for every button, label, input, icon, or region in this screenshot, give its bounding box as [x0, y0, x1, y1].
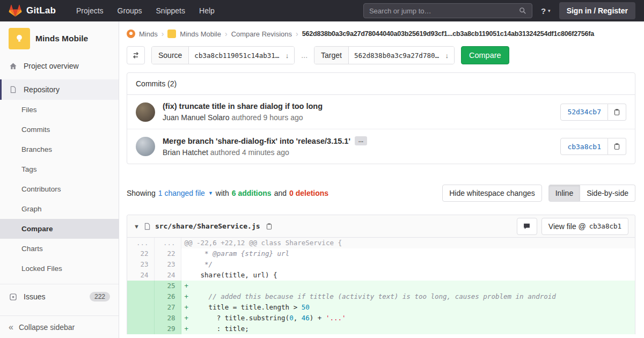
diff-line: 27+ title = title.length > 50	[127, 302, 635, 313]
diff-sign	[185, 248, 193, 259]
top-navbar: GitLab Projects Groups Snippets Help ? ▾…	[0, 0, 644, 21]
copy-sha-button[interactable]	[608, 104, 626, 121]
code-cell: */	[181, 259, 635, 270]
old-line-number[interactable]: 23	[127, 259, 154, 270]
sidebar-item-contributors[interactable]: Contributors	[0, 179, 119, 199]
diff-line: 28+ ? title.substring(0, 46) + '...'	[127, 313, 635, 324]
diff-file-path[interactable]: src/share/ShareService.js	[155, 222, 260, 230]
breadcrumb-group-link[interactable]: Minds	[139, 30, 158, 38]
new-line-number[interactable]: 29	[154, 324, 181, 334]
collapse-sidebar-button[interactable]: « Collapse sidebar	[0, 315, 119, 338]
changed-files-dropdown[interactable]: 1 changed file	[158, 189, 205, 197]
collapse-sidebar-label: Collapse sidebar	[19, 323, 75, 332]
new-line-number[interactable]: 28	[154, 313, 181, 324]
nav-item-snippets[interactable]: Snippets	[156, 6, 185, 15]
commit-sha[interactable]: cb3a8cb1	[560, 138, 608, 155]
old-line-number[interactable]: ...	[127, 238, 154, 248]
old-line-number[interactable]: 24	[127, 270, 154, 281]
new-line-number[interactable]: ...	[154, 238, 181, 248]
copy-path-button[interactable]	[265, 222, 274, 231]
swap-revisions-button[interactable]	[127, 46, 145, 64]
sidebar-item-charts[interactable]: Charts	[0, 239, 119, 259]
diff-table-body: ......@@ -22,6 +22,12 @@ class ShareServ…	[127, 238, 635, 334]
nav-item-projects[interactable]: Projects	[76, 6, 104, 15]
sidebar-item-compare[interactable]: Compare	[0, 219, 119, 239]
commits-header: Commits (2)	[127, 73, 635, 95]
hide-whitespace-button[interactable]: Hide whitespace changes	[442, 185, 542, 202]
chevron-down-icon: ▾	[548, 8, 551, 13]
logo-text: GitLab	[26, 5, 56, 16]
old-line-number[interactable]	[127, 324, 154, 334]
code-segment: ) +	[310, 314, 326, 322]
sidebar-item-commits[interactable]: Commits	[0, 120, 119, 139]
commit-title-link[interactable]: Merge branch 'share-dialog-fix' into 're…	[163, 137, 350, 145]
sidebar-item-branches[interactable]: Branches	[0, 139, 119, 159]
new-line-number[interactable]: 23	[154, 259, 181, 270]
commit-title-link[interactable]: (fix) truncate title in share dialog if …	[163, 102, 323, 111]
new-line-number[interactable]: 22	[154, 248, 181, 259]
avatar[interactable]	[136, 137, 155, 156]
old-line-number[interactable]	[127, 291, 154, 302]
group-avatar[interactable]	[127, 30, 135, 38]
new-line-number[interactable]: 24	[154, 270, 181, 281]
project-name[interactable]: Minds Mobile	[35, 34, 88, 43]
sidebar-item-locked-files[interactable]: Locked Files	[0, 259, 119, 278]
sidebar-item-issues[interactable]: Issues 222	[0, 286, 119, 307]
chevron-down-icon: ▼	[208, 190, 213, 196]
old-line-number[interactable]	[127, 281, 154, 291]
comment-button[interactable]	[517, 218, 537, 235]
sidebar-item-label: Issues	[24, 292, 45, 301]
sidebar-item-project-overview[interactable]: Project overview	[0, 56, 119, 76]
chevron-right-icon: ›	[225, 30, 228, 38]
search-icon[interactable]	[519, 7, 526, 14]
code-segment: * @param {string} url	[193, 249, 290, 258]
issues-count-badge: 222	[90, 292, 110, 302]
deletions-count: 0 deletions	[289, 189, 328, 197]
commit-meta-text: authored 4 minutes ago	[210, 148, 289, 157]
and-label: and	[274, 189, 287, 197]
sidebar-nav: Project overview Repository FilesCommits…	[0, 56, 119, 315]
sign-in-button[interactable]: Sign in / Register	[559, 2, 635, 19]
target-ref-group: Target 562d838b0a3c9a27d780… ↓	[314, 46, 455, 64]
copy-sha-button[interactable]	[608, 138, 626, 155]
old-line-number[interactable]: 22	[127, 248, 154, 259]
compare-button[interactable]: Compare	[461, 46, 509, 64]
source-ref-dropdown[interactable]: cb3a8cb119051c14ab31… ↓	[189, 47, 294, 64]
nav-item-groups[interactable]: Groups	[118, 6, 142, 15]
source-ref-value: cb3a8cb119051c14ab31…	[194, 52, 279, 60]
side-by-side-view-button[interactable]: Side-by-side	[580, 185, 635, 202]
view-file-button[interactable]: View file @ cb3a8cb1	[541, 218, 628, 235]
commit-message-expander[interactable]: ...	[355, 136, 367, 145]
diff-line: 26+ // added this because if tittle (act…	[127, 291, 635, 302]
new-line-number[interactable]: 27	[154, 302, 181, 313]
sidebar-item-graph[interactable]: Graph	[0, 199, 119, 219]
diff-line: 2222 * @param {string} url	[127, 248, 635, 259]
lightbulb-icon	[14, 33, 25, 44]
sidebar-item-files[interactable]: Files	[0, 100, 119, 120]
code-cell: * @param {string} url	[181, 248, 635, 259]
breadcrumb-section-link[interactable]: Compare Revisions	[231, 30, 292, 38]
commit-sha[interactable]: 52d34cb7	[560, 104, 608, 121]
commit-author-link[interactable]: Juan Manuel Solaro	[163, 113, 230, 122]
sidebar-item-repository[interactable]: Repository	[0, 79, 119, 100]
clipboard-icon	[613, 108, 620, 116]
project-avatar[interactable]	[9, 28, 30, 49]
gitlab-logo[interactable]: GitLab	[9, 4, 56, 17]
sidebar-item-tags[interactable]: Tags	[0, 159, 119, 179]
target-ref-dropdown[interactable]: 562d838b0a3c9a27d780… ↓	[349, 47, 454, 64]
new-line-number[interactable]: 25	[154, 281, 181, 291]
new-line-number[interactable]: 26	[154, 291, 181, 302]
clipboard-icon	[266, 223, 273, 230]
search-input[interactable]	[369, 7, 519, 15]
help-dropdown[interactable]: ? ▾	[541, 6, 551, 16]
diff-view-toggle: Inline Side-by-side	[548, 185, 635, 202]
old-line-number[interactable]	[127, 302, 154, 313]
project-avatar-small[interactable]	[167, 30, 176, 38]
inline-view-button[interactable]: Inline	[548, 185, 580, 202]
nav-item-help[interactable]: Help	[199, 6, 215, 15]
collapse-diff-caret[interactable]: ▼	[134, 223, 140, 230]
old-line-number[interactable]	[127, 313, 154, 324]
avatar[interactable]	[136, 102, 155, 122]
breadcrumb-project-link[interactable]: Minds Mobile	[180, 30, 221, 38]
commit-author-link[interactable]: Brian Hatchet	[163, 148, 208, 157]
